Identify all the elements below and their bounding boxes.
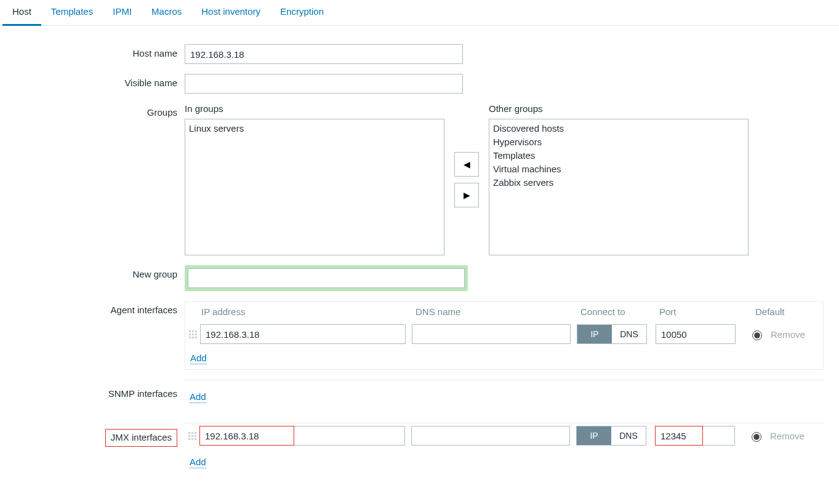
connect-opt-ip[interactable]: IP xyxy=(577,426,611,445)
new-group-highlight xyxy=(185,265,468,291)
drag-handle-icon[interactable] xyxy=(188,432,199,440)
agent-default-radio[interactable] xyxy=(752,330,762,340)
col-dns: DNS name xyxy=(415,306,580,317)
jmx-dns-input[interactable] xyxy=(411,426,570,446)
new-group-input[interactable] xyxy=(188,268,465,288)
label-snmp-interfaces: SNMP interfaces xyxy=(0,380,185,399)
connect-opt-ip[interactable]: IP xyxy=(577,325,612,343)
move-left-button[interactable]: ◀ xyxy=(454,152,479,177)
drag-handle-icon[interactable] xyxy=(189,330,200,338)
jmx-add-link[interactable]: Add xyxy=(190,457,206,468)
label-visible-name: Visible name xyxy=(0,74,185,88)
tab-host[interactable]: Host xyxy=(2,0,41,26)
tab-macros[interactable]: Macros xyxy=(142,0,191,26)
tab-ipmi[interactable]: IPMI xyxy=(103,0,142,26)
list-item[interactable]: Hypervisors xyxy=(493,135,744,149)
tab-templates[interactable]: Templates xyxy=(41,0,103,26)
tab-encryption[interactable]: Encryption xyxy=(270,0,334,26)
list-item[interactable]: Zabbix servers xyxy=(493,176,744,190)
label-agent-interfaces: Agent interfaces xyxy=(0,301,185,315)
jmx-port-input[interactable] xyxy=(655,426,735,446)
connect-opt-dns[interactable]: DNS xyxy=(611,426,646,445)
agent-connect-toggle[interactable]: IP DNS xyxy=(577,324,647,344)
col-default: Default xyxy=(755,306,811,317)
in-groups-list[interactable]: Linux servers xyxy=(185,119,444,255)
snmp-add-link[interactable]: Add xyxy=(190,391,206,403)
col-port: Port xyxy=(659,306,755,317)
tab-inventory[interactable]: Host inventory xyxy=(191,0,270,26)
agent-interfaces-block: IP address DNS name Connect to Port Defa… xyxy=(185,301,824,370)
col-connect: Connect to xyxy=(580,306,659,317)
list-item[interactable]: Virtual machines xyxy=(493,162,744,176)
agent-ip-input[interactable] xyxy=(200,324,406,344)
label-jmx-interfaces: JMX interfaces xyxy=(0,423,185,447)
jmx-remove-link: Remove xyxy=(770,431,805,441)
agent-add-link[interactable]: Add xyxy=(190,353,207,364)
label-groups: Groups xyxy=(0,103,185,118)
label-host-name: Host name xyxy=(0,44,185,58)
label-new-group: New group xyxy=(0,265,185,279)
col-ip: IP address xyxy=(201,306,415,317)
host-tabs: Host Templates IPMI Macros Host inventor… xyxy=(0,0,839,26)
triangle-left-icon: ◀ xyxy=(464,159,470,169)
agent-port-input[interactable] xyxy=(656,324,736,344)
list-item[interactable]: Linux servers xyxy=(189,122,440,135)
other-groups-list[interactable]: Discovered hosts Hypervisors Templates V… xyxy=(489,119,749,255)
jmx-interfaces-block: IP DNS Remove Add xyxy=(185,423,824,478)
list-item[interactable]: Templates xyxy=(493,149,744,162)
connect-opt-dns[interactable]: DNS xyxy=(612,325,646,343)
visible-name-input[interactable] xyxy=(185,74,463,94)
jmx-default-radio[interactable] xyxy=(752,432,761,442)
snmp-interfaces-block: Add xyxy=(185,380,824,413)
agent-dns-input[interactable] xyxy=(412,324,571,344)
jmx-connect-toggle[interactable]: IP DNS xyxy=(576,426,646,446)
triangle-right-icon: ▶ xyxy=(464,190,470,200)
move-right-button[interactable]: ▶ xyxy=(454,183,479,207)
agent-remove-link: Remove xyxy=(771,329,805,340)
host-form: Host name Visible name Groups In groups … xyxy=(0,26,839,483)
list-item[interactable]: Discovered hosts xyxy=(493,122,744,135)
host-name-input[interactable] xyxy=(185,44,463,64)
label-in-groups: In groups xyxy=(185,103,444,114)
label-other-groups: Other groups xyxy=(489,103,749,114)
jmx-ip-input[interactable] xyxy=(199,426,405,446)
